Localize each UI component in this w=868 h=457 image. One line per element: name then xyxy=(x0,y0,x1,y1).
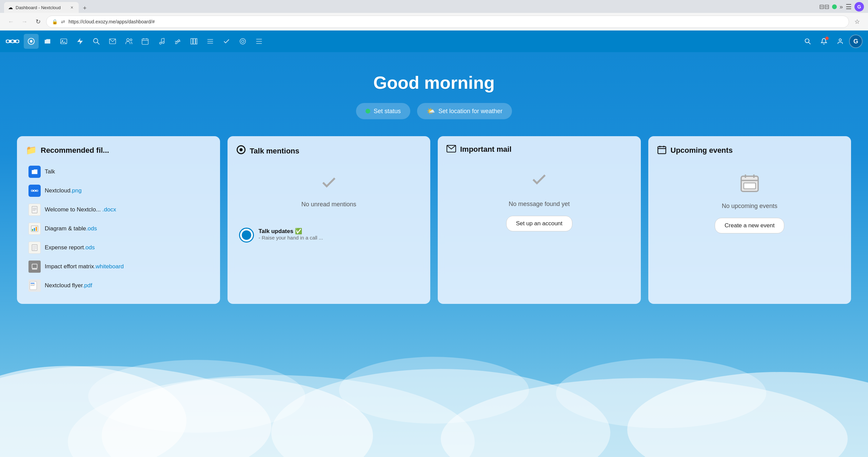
set-status-label: Set status xyxy=(374,108,401,115)
talk-card-title: Talk mentions xyxy=(250,147,299,155)
extra-icon: ⇄ xyxy=(61,19,65,24)
list-item[interactable]: Nextcloud flyer.pdf xyxy=(26,276,211,295)
nav-app-dashboard[interactable] xyxy=(24,34,39,49)
file-name: Talk xyxy=(45,168,55,175)
nav-app-more[interactable] xyxy=(252,34,267,49)
nav-app-tasks[interactable] xyxy=(203,34,218,49)
svg-point-49 xyxy=(339,357,529,423)
mail-empty-text: No message found yet xyxy=(509,201,570,208)
svg-point-55 xyxy=(32,190,33,191)
svg-point-40 xyxy=(839,39,842,41)
svg-point-34 xyxy=(241,40,244,42)
svg-rect-17 xyxy=(142,39,148,45)
files-card-title: Recommended fil... xyxy=(41,146,109,155)
svg-rect-81 xyxy=(658,147,666,154)
svg-point-38 xyxy=(805,39,809,43)
files-card-icon: 📁 xyxy=(26,145,37,155)
search-button[interactable] xyxy=(800,34,815,49)
list-item[interactable]: Nextcloud.png xyxy=(26,181,211,200)
browser-tab-active[interactable]: ☁ Dashboard - Nextcloud × xyxy=(4,2,79,13)
nc-logo[interactable] xyxy=(5,37,20,46)
tab-close-button[interactable]: × xyxy=(69,5,75,10)
check-icon xyxy=(320,174,338,195)
talk-card-header: Talk mentions xyxy=(236,145,422,157)
back-button[interactable]: ← xyxy=(5,16,16,27)
talk-mention-item[interactable]: Talk updates ✅ - Raise your hand in a ca… xyxy=(236,225,422,245)
nav-app-files[interactable] xyxy=(40,34,55,49)
file-whiteboard-icon xyxy=(28,261,41,273)
svg-point-33 xyxy=(240,39,246,44)
file-nc-icon xyxy=(28,185,41,197)
svg-point-5 xyxy=(12,40,14,43)
nav-app-calendar[interactable] xyxy=(138,34,153,49)
greeting-buttons: Set status 🌤️ Set location for weather xyxy=(356,103,512,119)
notification-badge xyxy=(825,37,829,40)
nav-app-activity[interactable] xyxy=(73,34,87,49)
svg-rect-65 xyxy=(36,227,37,231)
svg-point-22 xyxy=(162,42,164,44)
nc-app: G Good morning xyxy=(0,30,868,457)
nav-app-mail[interactable] xyxy=(105,34,120,49)
nc-main: Good morning Set status 🌤️ Set location … xyxy=(0,52,868,457)
greeting-title: Good morning xyxy=(356,72,512,93)
svg-marker-11 xyxy=(77,38,83,44)
create-event-button[interactable]: Create a new event xyxy=(715,218,784,233)
svg-rect-58 xyxy=(32,206,37,213)
list-item[interactable]: Talk xyxy=(26,162,211,181)
new-tab-button[interactable]: + xyxy=(80,3,90,13)
talk-card-icon xyxy=(236,145,246,157)
calendar-large-icon xyxy=(739,173,760,194)
forward-button[interactable]: → xyxy=(19,16,30,27)
svg-rect-29 xyxy=(196,39,197,44)
talk-mentions-card: Talk mentions No unread mentions Talk up… xyxy=(228,136,431,304)
svg-point-4 xyxy=(7,40,9,43)
star-button[interactable]: ☆ xyxy=(852,16,863,27)
file-expense-icon xyxy=(28,242,41,254)
nav-app-search[interactable] xyxy=(89,34,104,49)
mail-card-header: Important mail xyxy=(447,145,632,154)
svg-point-12 xyxy=(94,39,98,43)
set-status-button[interactable]: Set status xyxy=(356,103,410,119)
file-name: Welcome to Nextclo... .docx xyxy=(45,206,116,213)
nav-app-notes[interactable] xyxy=(170,34,185,49)
file-folder-icon xyxy=(28,166,41,178)
talk-empty-state: No unread mentions xyxy=(236,164,422,222)
recommended-files-card: 📁 Recommended fil... Talk xyxy=(17,136,220,304)
file-ods-icon xyxy=(28,223,41,235)
address-bar[interactable]: 🔒 ⇄ https://cloud.exozy.me/apps/dashboar… xyxy=(46,16,849,28)
svg-rect-64 xyxy=(34,228,35,231)
svg-point-56 xyxy=(34,190,35,191)
svg-point-8 xyxy=(30,40,32,42)
lock-icon: 🔒 xyxy=(52,19,58,24)
browser-profile-avatar[interactable]: G xyxy=(854,2,864,12)
list-item[interactable]: Impact effort matrix.whiteboard xyxy=(26,257,211,276)
set-weather-button[interactable]: 🌤️ Set location for weather xyxy=(417,103,512,119)
setup-account-button[interactable]: Set up an account xyxy=(506,216,572,231)
nav-app-music[interactable] xyxy=(154,34,169,49)
nav-app-checkmarks[interactable] xyxy=(219,34,234,49)
contacts-button[interactable] xyxy=(833,34,848,49)
status-dot xyxy=(366,109,370,113)
nav-app-photos[interactable] xyxy=(56,34,71,49)
browser-toolbar: ← → ↻ 🔒 ⇄ https://cloud.exozy.me/apps/da… xyxy=(0,13,868,30)
list-item[interactable]: Diagram & table.ods xyxy=(26,219,211,238)
svg-point-10 xyxy=(62,40,63,41)
user-avatar[interactable]: G xyxy=(849,35,863,48)
talk-avatar xyxy=(239,228,254,243)
nav-app-circles[interactable] xyxy=(235,34,250,49)
browser-tabs-row: ☁ Dashboard - Nextcloud × + ⊟⊟ » ☰ G xyxy=(0,0,868,13)
mail-empty-state: No message found yet Set up an account xyxy=(447,161,632,238)
list-item[interactable]: Welcome to Nextclo... .docx xyxy=(26,200,211,219)
talk-mention-desc: - Raise your hand in a call ... xyxy=(259,235,323,241)
svg-rect-66 xyxy=(32,245,37,251)
nc-topnav: G xyxy=(0,30,868,52)
nav-app-deck[interactable] xyxy=(186,34,201,49)
svg-rect-89 xyxy=(744,183,755,189)
greeting-section: Good morning Set status 🌤️ Set location … xyxy=(356,72,512,119)
svg-point-50 xyxy=(556,358,766,428)
list-item[interactable]: Expense report.ods xyxy=(26,238,211,257)
notifications-button[interactable] xyxy=(816,34,831,49)
reload-button[interactable]: ↻ xyxy=(33,16,43,27)
files-card-header: 📁 Recommended fil... xyxy=(26,145,211,155)
nav-app-contacts[interactable] xyxy=(121,34,136,49)
